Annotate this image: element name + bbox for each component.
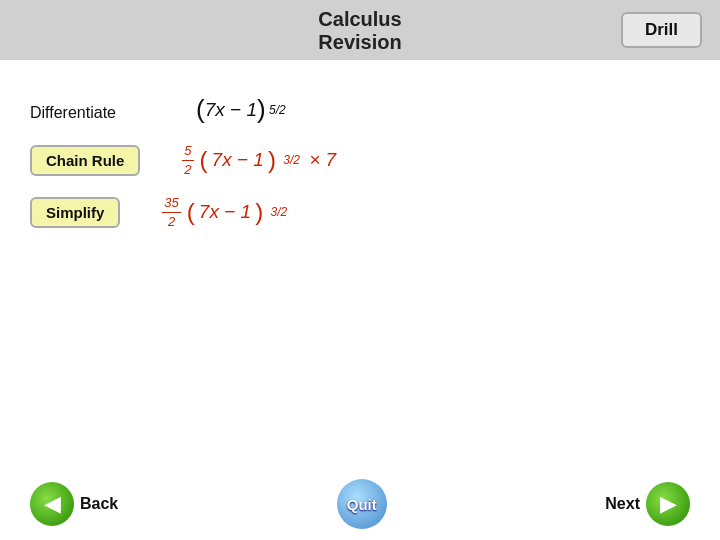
chain-rule-button[interactable]: Chain Rule — [30, 145, 140, 176]
simplify-formula: 35 2 ( 7x − 1 ) 3/2 — [160, 195, 287, 229]
differentiate-label: Differentiate — [30, 104, 116, 122]
times-7: × 7 — [304, 149, 336, 171]
fraction-5-2: 5 2 — [182, 143, 193, 177]
next-nav: Next ▶ — [605, 482, 690, 526]
formula-inner2: 7x − 1 — [212, 149, 264, 171]
quit-button[interactable]: Quit — [337, 479, 387, 529]
back-circle-button[interactable]: ◀ — [30, 482, 74, 526]
title-line1: Calculus — [318, 8, 401, 30]
title-bar: Calculus Revision — [0, 0, 720, 60]
numerator-5: 5 — [182, 143, 193, 161]
content-area: Differentiate ( 7x − 1 ) 5/2 Chain Rule … — [0, 60, 720, 255]
numerator-35: 35 — [162, 195, 180, 213]
simplify-section: Simplify 35 2 ( 7x − 1 ) 3/2 — [30, 195, 690, 229]
close-paren2: ) — [268, 146, 276, 174]
next-label: Next — [605, 495, 640, 513]
back-arrow-icon: ◀ — [44, 491, 61, 517]
denominator-2: 2 — [182, 161, 193, 178]
simplify-button[interactable]: Simplify — [30, 197, 120, 228]
differentiate-row: Differentiate ( 7x − 1 ) 5/2 — [30, 94, 690, 125]
open-paren3: ( — [187, 198, 195, 226]
close-paren3: ) — [255, 198, 263, 226]
chain-rule-row: Chain Rule 5 2 ( 7x − 1 ) 3/2 × 7 — [30, 143, 690, 177]
drill-button[interactable]: Drill — [621, 12, 702, 48]
chain-rule-section: Chain Rule 5 2 ( 7x − 1 ) 3/2 × 7 — [30, 143, 690, 177]
next-circle-button[interactable]: ▶ — [646, 482, 690, 526]
close-paren: ) — [257, 94, 266, 125]
formula-inner: 7x − 1 — [205, 99, 257, 121]
bottom-nav: ◀ Back Quit Next ▶ — [0, 468, 720, 540]
open-paren: ( — [196, 94, 205, 125]
original-formula: ( 7x − 1 ) 5/2 — [196, 94, 286, 125]
formula-inner3: 7x − 1 — [199, 201, 251, 223]
simplify-row: Simplify 35 2 ( 7x − 1 ) 3/2 — [30, 195, 690, 229]
back-label: Back — [80, 495, 118, 513]
back-nav: ◀ Back — [30, 482, 118, 526]
denominator-2b: 2 — [166, 213, 177, 230]
fraction-35-2: 35 2 — [162, 195, 180, 229]
chain-rule-formula: 5 2 ( 7x − 1 ) 3/2 × 7 — [180, 143, 336, 177]
open-paren2: ( — [200, 146, 208, 174]
title-line2: Revision — [318, 31, 401, 53]
next-arrow-icon: ▶ — [660, 491, 677, 517]
